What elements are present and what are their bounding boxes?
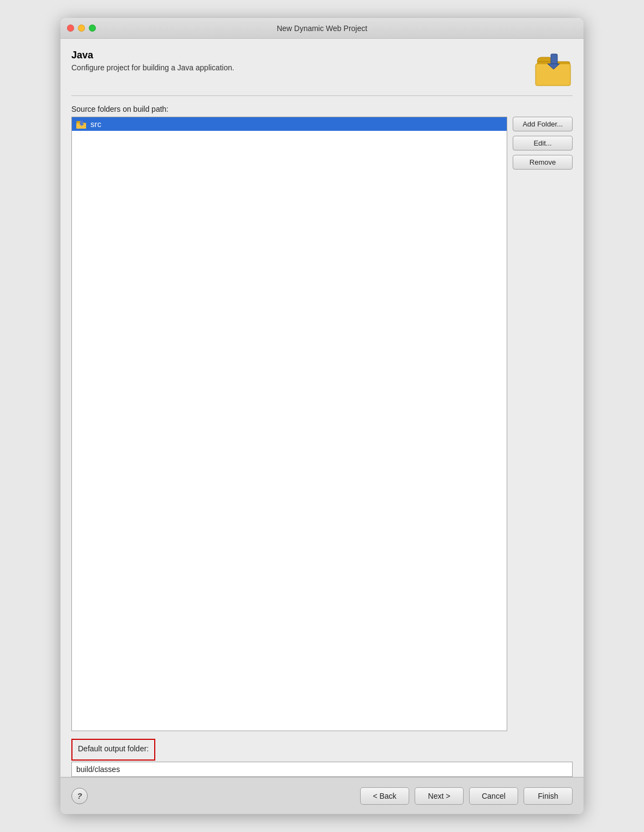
help-button[interactable]: ?	[71, 788, 88, 804]
folder-list[interactable]: src	[71, 117, 507, 731]
output-section-highlighted: Default output folder:	[71, 739, 155, 761]
cancel-button[interactable]: Cancel	[469, 787, 518, 805]
back-button[interactable]: < Back	[360, 787, 409, 805]
page-subtitle: Configure project for building a Java ap…	[71, 63, 529, 72]
header-section: Java Configure project for building a Ja…	[71, 50, 573, 96]
output-folder-input[interactable]	[71, 762, 573, 777]
bottom-bar: ? < Back Next > Cancel Finish	[60, 777, 584, 814]
java-folder-icon	[534, 50, 573, 88]
close-button[interactable]	[67, 25, 74, 32]
next-button[interactable]: Next >	[415, 787, 464, 805]
titlebar: New Dynamic Web Project	[60, 18, 584, 39]
header-text: Java Configure project for building a Ja…	[71, 50, 529, 72]
output-wrapper: Default output folder:	[71, 739, 573, 777]
svg-rect-6	[80, 120, 83, 124]
add-folder-button[interactable]: Add Folder...	[513, 117, 573, 131]
source-label: Source folders on build path:	[71, 105, 573, 113]
folders-area: src Add Folder... Edit... Remove	[71, 117, 573, 731]
bottom-right: < Back Next > Cancel Finish	[360, 787, 573, 805]
traffic-lights	[67, 25, 96, 32]
remove-button[interactable]: Remove	[513, 155, 573, 170]
window-title: New Dynamic Web Project	[277, 24, 367, 33]
main-window: New Dynamic Web Project Java Configure p…	[60, 18, 584, 814]
page-title: Java	[71, 50, 529, 61]
folder-item-src-label: src	[90, 119, 101, 129]
output-label: Default output folder:	[78, 744, 149, 753]
folder-item-src[interactable]: src	[72, 117, 507, 131]
output-input-wrapper	[71, 762, 573, 777]
edit-button[interactable]: Edit...	[513, 136, 573, 150]
main-content: Java Configure project for building a Ja…	[60, 39, 584, 777]
svg-rect-2	[551, 54, 557, 65]
folder-buttons: Add Folder... Edit... Remove	[513, 117, 573, 731]
finish-button[interactable]: Finish	[524, 787, 573, 805]
maximize-button[interactable]	[89, 25, 96, 32]
src-folder-icon	[76, 120, 87, 129]
bottom-left: ?	[71, 788, 88, 804]
minimize-button[interactable]	[78, 25, 85, 32]
